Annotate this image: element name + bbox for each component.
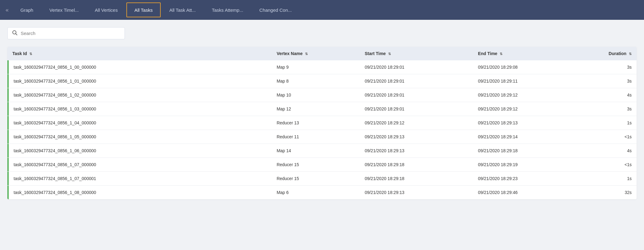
tasks-table: Task Id ⇅ Vertex Name ⇅ Start Time ⇅ End… [7, 47, 637, 199]
table-row[interactable]: task_1600329477324_0856_1_05_000000Reduc… [7, 130, 637, 144]
cell-task-id: task_1600329477324_0856_1_07_000000 [7, 158, 272, 172]
tab-vertex-timeline[interactable]: Vertex Timel... [42, 2, 86, 17]
app-container: « GraphVertex Timel...All VerticesAll Ta… [0, 0, 644, 250]
search-box [7, 27, 125, 39]
table-header: Task Id ⇅ Vertex Name ⇅ Start Time ⇅ End… [7, 47, 637, 60]
sort-icon-duration: ⇅ [629, 52, 632, 56]
cell-duration: 4s [586, 88, 637, 102]
table-row[interactable]: task_1600329477324_0856_1_04_000000Reduc… [7, 116, 637, 130]
cell-start-time: 09/21/2020 18:29:18 [360, 172, 473, 186]
table-row[interactable]: task_1600329477324_0856_1_03_000000Map 1… [7, 102, 637, 116]
cell-vertex-name: Map 10 [272, 88, 360, 102]
cell-vertex-name: Map 12 [272, 102, 360, 116]
cell-duration: 1s [586, 116, 637, 130]
cell-end-time: 09/21/2020 18:29:19 [473, 158, 586, 172]
table-row[interactable]: task_1600329477324_0856_1_02_000000Map 1… [7, 88, 637, 102]
search-icon [12, 30, 18, 37]
col-header-vertex-name[interactable]: Vertex Name ⇅ [272, 47, 360, 60]
cell-duration: 32s [586, 186, 637, 200]
cell-task-id: task_1600329477324_0856_1_08_000000 [7, 186, 272, 200]
cell-task-id: task_1600329477324_0856_1_07_000001 [7, 172, 272, 186]
cell-end-time: 09/21/2020 18:29:08 [473, 60, 586, 74]
search-input[interactable] [21, 31, 120, 36]
cell-start-time: 09/21/2020 18:29:13 [360, 186, 473, 200]
cell-duration: <1s [586, 158, 637, 172]
table-row[interactable]: task_1600329477324_0856_1_01_000000Map 8… [7, 74, 637, 88]
table-header-row: Task Id ⇅ Vertex Name ⇅ Start Time ⇅ End… [7, 47, 637, 60]
cell-task-id: task_1600329477324_0856_1_05_000000 [7, 130, 272, 144]
cell-start-time: 09/21/2020 18:29:01 [360, 102, 473, 116]
cell-start-time: 09/21/2020 18:29:01 [360, 60, 473, 74]
cell-end-time: 09/21/2020 18:29:18 [473, 144, 586, 158]
cell-duration: <1s [586, 130, 637, 144]
cell-start-time: 09/21/2020 18:29:01 [360, 74, 473, 88]
cell-end-time: 09/21/2020 18:29:23 [473, 172, 586, 186]
cell-start-time: 09/21/2020 18:29:13 [360, 130, 473, 144]
cell-start-time: 09/21/2020 18:29:01 [360, 88, 473, 102]
cell-end-time: 09/21/2020 18:29:13 [473, 116, 586, 130]
table-row[interactable]: task_1600329477324_0856_1_08_000000Map 6… [7, 186, 637, 200]
tab-changed-con[interactable]: Changed Con... [252, 2, 299, 17]
tab-all-task-att[interactable]: All Task Att... [162, 2, 203, 17]
cell-vertex-name: Map 14 [272, 144, 360, 158]
svg-line-1 [16, 34, 17, 35]
cell-task-id: task_1600329477324_0856_1_00_000000 [7, 60, 272, 74]
table-row[interactable]: task_1600329477324_0856_1_06_000000Map 1… [7, 144, 637, 158]
cell-start-time: 09/21/2020 18:29:13 [360, 144, 473, 158]
cell-task-id: task_1600329477324_0856_1_01_000000 [7, 74, 272, 88]
cell-end-time: 09/21/2020 18:29:11 [473, 74, 586, 88]
cell-vertex-name: Map 6 [272, 186, 360, 200]
tab-all-vertices[interactable]: All Vertices [87, 2, 125, 17]
cell-task-id: task_1600329477324_0856_1_03_000000 [7, 102, 272, 116]
cell-end-time: 09/21/2020 18:29:12 [473, 88, 586, 102]
cell-task-id: task_1600329477324_0856_1_02_000000 [7, 88, 272, 102]
cell-start-time: 09/21/2020 18:29:12 [360, 116, 473, 130]
col-header-duration[interactable]: Duration ⇅ [586, 47, 637, 60]
table-body: task_1600329477324_0856_1_00_000000Map 9… [7, 60, 637, 199]
cell-duration: 3s [586, 60, 637, 74]
table-row[interactable]: task_1600329477324_0856_1_07_000001Reduc… [7, 172, 637, 186]
cell-duration: 3s [586, 102, 637, 116]
sort-icon-start-time: ⇅ [388, 52, 391, 56]
cell-vertex-name: Map 8 [272, 74, 360, 88]
tab-all-tasks[interactable]: All Tasks [126, 2, 161, 17]
cell-vertex-name: Reducer 15 [272, 172, 360, 186]
cell-end-time: 09/21/2020 18:29:46 [473, 186, 586, 200]
table-row[interactable]: task_1600329477324_0856_1_00_000000Map 9… [7, 60, 637, 74]
cell-vertex-name: Map 9 [272, 60, 360, 74]
search-container [7, 27, 637, 39]
cell-vertex-name: Reducer 13 [272, 116, 360, 130]
col-header-end-time[interactable]: End Time ⇅ [473, 47, 586, 60]
cell-vertex-name: Reducer 11 [272, 130, 360, 144]
tasks-table-wrapper: Task Id ⇅ Vertex Name ⇅ Start Time ⇅ End… [7, 47, 637, 199]
cell-end-time: 09/21/2020 18:29:12 [473, 102, 586, 116]
table-row[interactable]: task_1600329477324_0856_1_07_000000Reduc… [7, 158, 637, 172]
cell-end-time: 09/21/2020 18:29:14 [473, 130, 586, 144]
main-content: Task Id ⇅ Vertex Name ⇅ Start Time ⇅ End… [0, 20, 644, 199]
cell-duration: 3s [586, 74, 637, 88]
cell-task-id: task_1600329477324_0856_1_06_000000 [7, 144, 272, 158]
cell-duration: 4s [586, 144, 637, 158]
sort-icon-task-id: ⇅ [29, 52, 32, 56]
cell-task-id: task_1600329477324_0856_1_04_000000 [7, 116, 272, 130]
tab-graph[interactable]: Graph [13, 2, 41, 17]
col-header-start-time[interactable]: Start Time ⇅ [360, 47, 473, 60]
tab-bar: « GraphVertex Timel...All VerticesAll Ta… [0, 0, 644, 20]
col-header-task-id[interactable]: Task Id ⇅ [7, 47, 272, 60]
back-button[interactable]: « [2, 7, 12, 13]
sort-icon-vertex-name: ⇅ [305, 52, 308, 56]
tab-tasks-attempt[interactable]: Tasks Attemp... [204, 2, 251, 17]
sort-icon-end-time: ⇅ [500, 52, 502, 56]
cell-duration: 1s [586, 172, 637, 186]
cell-start-time: 09/21/2020 18:29:18 [360, 158, 473, 172]
cell-vertex-name: Reducer 15 [272, 158, 360, 172]
